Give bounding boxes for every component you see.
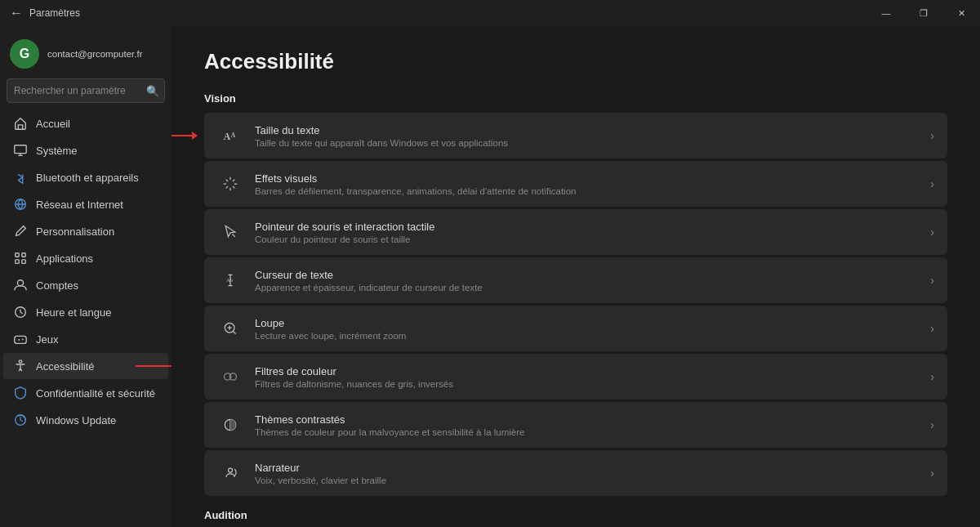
sidebar-item-reseau-label: Réseau et Internet [36, 199, 123, 211]
sidebar-item-accessibilite[interactable]: Accessibilité [3, 353, 168, 379]
sidebar-item-personnalisation-label: Personnalisation [36, 226, 114, 238]
item-themes-contraste[interactable]: Thèmes contrastés Thèmes de couleur pour… [204, 402, 947, 448]
profile-email: contact@grcomputer.fr [47, 49, 143, 59]
sidebar-item-bluetooth-label: Bluetooth et appareils [36, 172, 139, 184]
back-button[interactable]: ← [10, 6, 23, 20]
magnify-icon [217, 315, 243, 342]
item-themes-contraste-title: Thèmes contrastés [255, 413, 924, 426]
sidebar-item-jeux[interactable]: Jeux [3, 326, 168, 352]
content-red-arrow [172, 132, 198, 140]
item-effets-visuels[interactable]: Effets visuels Barres de défilement, tra… [204, 161, 947, 207]
sidebar-item-systeme[interactable]: Système [3, 137, 168, 163]
item-narrateur[interactable]: Narrateur Voix, verbosité, clavier et br… [204, 450, 947, 496]
item-narrateur-text: Narrateur Voix, verbosité, clavier et br… [255, 462, 924, 485]
svg-text:A: A [231, 132, 236, 139]
sidebar-item-windowsupdate[interactable]: Windows Update [3, 407, 168, 433]
chevron-right-icon: › [930, 322, 934, 335]
svg-rect-5 [22, 260, 26, 264]
vision-list: A A Taille du texte Taille du texte qui … [204, 113, 947, 496]
sidebar-item-jeux-label: Jeux [36, 333, 58, 346]
sidebar-item-comptes[interactable]: Comptes [3, 272, 168, 298]
close-button[interactable]: ✕ [942, 0, 980, 26]
content-area: Accessibilité Vision A A Taille du tex [172, 26, 980, 527]
item-effets-visuels-title: Effets visuels [255, 172, 924, 185]
color-filter-icon [217, 364, 243, 390]
item-themes-contraste-text: Thèmes contrastés Thèmes de couleur pour… [255, 413, 924, 437]
sidebar: G contact@grcomputer.fr 🔍 Accueil [0, 26, 172, 527]
sidebar-red-arrow [136, 365, 172, 367]
sparkle-icon [217, 171, 243, 197]
sidebar-item-personnalisation[interactable]: Personnalisation [3, 218, 168, 244]
game-icon [13, 332, 28, 346]
sidebar-item-confidentialite-label: Confidentialité et sécurité [36, 387, 155, 400]
restore-button[interactable]: ❐ [905, 0, 942, 26]
sidebar-item-bluetooth[interactable]: Bluetooth et appareils [3, 164, 168, 190]
item-pointeur-title: Pointeur de souris et interaction tactil… [255, 221, 924, 233]
item-filtres-couleur-title: Filtres de couleur [255, 365, 924, 377]
window-controls: — ❐ ✕ [867, 0, 980, 26]
item-taille-texte-desc: Taille du texte qui apparaît dans Window… [255, 138, 924, 148]
update-icon [13, 413, 28, 427]
sidebar-item-systeme-label: Système [36, 145, 78, 157]
chevron-right-icon: › [930, 274, 934, 287]
item-taille-texte[interactable]: A A Taille du texte Taille du texte qui … [204, 113, 947, 159]
user-icon [13, 278, 28, 293]
clock-icon [13, 305, 28, 319]
search-input[interactable] [7, 78, 165, 103]
sidebar-item-heure[interactable]: Heure et langue [3, 299, 168, 325]
titlebar-title: Paramètres [29, 7, 80, 19]
item-curseur-texte-desc: Apparence et épaisseur, indicateur de cu… [255, 283, 924, 293]
item-pointeur-text: Pointeur de souris et interaction tactil… [255, 221, 924, 244]
item-filtres-couleur[interactable]: Filtres de couleur Filtres de daltonisme… [204, 354, 947, 400]
svg-rect-8 [15, 336, 26, 343]
section-audition: Audition [204, 509, 947, 521]
accessibility-icon [13, 359, 28, 373]
svg-text:A: A [224, 132, 231, 142]
sidebar-item-windowsupdate-label: Windows Update [36, 414, 116, 427]
sidebar-item-applications-label: Applications [36, 252, 93, 265]
svg-text:Ab: Ab [226, 277, 234, 283]
item-filtres-couleur-desc: Filtres de daltonisme, nuances de gris, … [255, 379, 924, 389]
bluetooth-icon [13, 170, 28, 185]
minimize-button[interactable]: — [867, 0, 905, 26]
svg-rect-0 [15, 145, 26, 154]
section-vision: Vision [204, 92, 947, 105]
item-themes-contraste-desc: Thèmes de couleur pour la malvoyance et … [255, 427, 924, 437]
monitor-icon [13, 143, 28, 158]
svg-rect-4 [16, 260, 20, 264]
search-icon: 🔍 [146, 85, 159, 97]
text-cursor-icon: Ab [217, 267, 243, 293]
item-curseur-texte-text: Curseur de texte Apparence et épaisseur,… [255, 269, 924, 293]
item-loupe-text: Loupe Lecture avec loupe, incrément zoom [255, 317, 924, 341]
item-taille-texte-title: Taille du texte [255, 124, 924, 136]
item-loupe-title: Loupe [255, 317, 924, 329]
sidebar-item-applications[interactable]: Applications [3, 245, 168, 271]
page-title: Accessibilité [204, 49, 947, 74]
svg-rect-2 [16, 253, 20, 257]
avatar: G [10, 39, 39, 69]
chevron-right-icon: › [930, 370, 934, 383]
search-container: 🔍 [7, 78, 165, 103]
sidebar-item-accueil[interactable]: Accueil [3, 110, 168, 136]
sidebar-item-accessibilite-label: Accessibilité [36, 360, 95, 373]
item-loupe[interactable]: Loupe Lecture avec loupe, incrément zoom… [204, 306, 947, 351]
cursor-icon [217, 219, 243, 245]
text-size-icon: A A [217, 123, 243, 149]
narrator-icon [217, 460, 243, 486]
chevron-right-icon: › [930, 467, 934, 480]
item-pointeur[interactable]: Pointeur de souris et interaction tactil… [204, 209, 947, 255]
sidebar-item-confidentialite[interactable]: Confidentialité et sécurité [3, 380, 168, 406]
shield-icon [13, 386, 28, 400]
item-effets-visuels-desc: Barres de défilement, transparence, anim… [255, 186, 924, 196]
sidebar-item-comptes-label: Comptes [36, 279, 78, 292]
item-curseur-texte[interactable]: Ab Curseur de texte Apparence et épaisse… [204, 257, 947, 303]
contrast-icon [217, 412, 243, 438]
network-icon [13, 197, 28, 212]
chevron-right-icon: › [930, 418, 934, 431]
brush-icon [13, 224, 28, 239]
sidebar-item-reseau[interactable]: Réseau et Internet [3, 191, 168, 217]
chevron-right-icon: › [930, 226, 934, 239]
item-curseur-texte-title: Curseur de texte [255, 269, 924, 281]
titlebar: ← Paramètres — ❐ ✕ [0, 0, 980, 26]
item-loupe-desc: Lecture avec loupe, incrément zoom [255, 331, 924, 341]
